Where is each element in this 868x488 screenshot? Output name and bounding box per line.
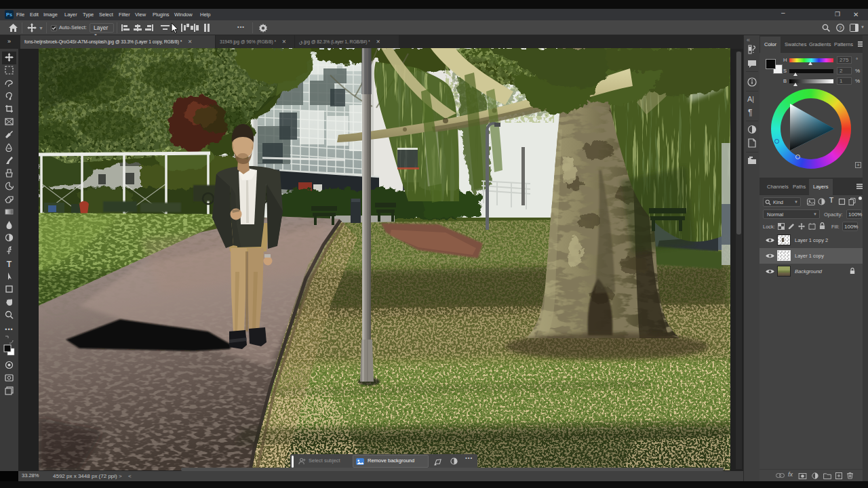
svg-text:?: ?: [839, 25, 842, 31]
